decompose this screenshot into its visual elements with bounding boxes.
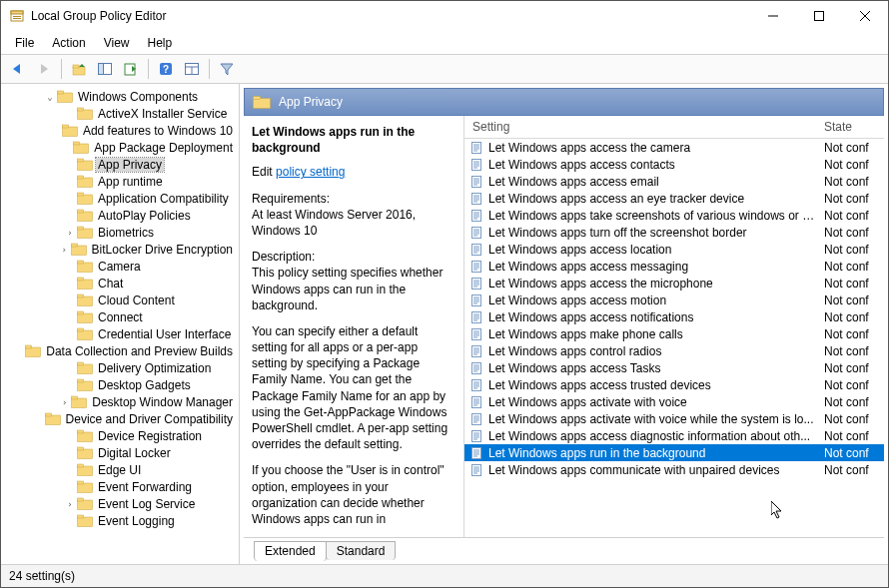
setting-row[interactable]: Let Windows apps access notificationsNot…	[464, 308, 884, 325]
svg-rect-55	[72, 396, 78, 399]
export-button[interactable]	[120, 58, 142, 80]
setting-row[interactable]: Let Windows apps access motionNot conf	[464, 292, 884, 308]
chevron-right-icon[interactable]: ›	[63, 228, 77, 238]
setting-row[interactable]: Let Windows apps access locationNot conf	[464, 241, 884, 258]
description-text-2: You can specify either a default setting…	[252, 323, 455, 453]
tree-node[interactable]: Chat	[1, 275, 239, 292]
tree-node[interactable]: ›Desktop Window Manager	[1, 393, 239, 410]
up-button[interactable]	[68, 58, 90, 80]
tree-node[interactable]: Application Compatibility	[1, 190, 239, 207]
setting-state: Not conf	[824, 344, 884, 358]
tree-node[interactable]: Digital Locker	[1, 444, 239, 461]
setting-state: Not conf	[824, 175, 884, 189]
svg-rect-23	[62, 125, 68, 128]
svg-rect-56	[45, 415, 60, 425]
show-hide-tree-button[interactable]	[94, 58, 116, 80]
tree-node[interactable]: ›Biometrics	[1, 224, 239, 241]
svg-rect-36	[71, 246, 86, 256]
back-button[interactable]	[7, 58, 29, 80]
menu-action[interactable]: Action	[44, 34, 93, 52]
maximize-button[interactable]	[796, 1, 842, 31]
setting-row[interactable]: Let Windows apps access contactsNot conf	[464, 156, 884, 173]
tree-node[interactable]: Connect	[1, 308, 239, 325]
svg-rect-33	[78, 210, 84, 213]
setting-state: Not conf	[824, 361, 884, 375]
setting-row[interactable]: Let Windows apps activate with voiceNot …	[464, 393, 884, 410]
properties-button[interactable]	[181, 58, 203, 80]
tree-label: Event Log Service	[96, 497, 197, 511]
tree-pane[interactable]: ⌄Windows ComponentsActiveX Installer Ser…	[1, 84, 240, 564]
tree-node[interactable]: Delivery Optimization	[1, 359, 239, 376]
setting-row[interactable]: Let Windows apps access diagnostic infor…	[464, 427, 884, 444]
tree-node[interactable]: ActiveX Installer Service	[1, 105, 239, 122]
tree-node[interactable]: Cloud Content	[1, 292, 239, 308]
tree-node[interactable]: Event Forwarding	[1, 478, 239, 495]
setting-row[interactable]: Let Windows apps access the cameraNot co…	[464, 139, 884, 156]
svg-rect-61	[78, 447, 84, 450]
tree-node[interactable]: ›BitLocker Drive Encryption	[1, 241, 239, 258]
menu-help[interactable]: Help	[140, 34, 181, 52]
tree-node[interactable]: Camera	[1, 258, 239, 275]
filter-button[interactable]	[216, 58, 238, 80]
menu-file[interactable]: File	[7, 34, 42, 52]
setting-row[interactable]: Let Windows apps control radiosNot conf	[464, 342, 884, 359]
svg-rect-57	[45, 413, 51, 416]
tree-label: App Package Deployment	[92, 141, 235, 155]
policy-setting-link[interactable]: policy setting	[276, 165, 345, 179]
svg-rect-69	[78, 515, 84, 518]
setting-name: Let Windows apps access notifications	[488, 310, 824, 324]
setting-row[interactable]: Let Windows apps access trusted devicesN…	[464, 376, 884, 393]
tree-node[interactable]: Device and Driver Compatibility	[1, 410, 239, 427]
close-button[interactable]	[842, 1, 888, 31]
settings-header: Setting State	[464, 116, 884, 139]
tree-node[interactable]: Desktop Gadgets	[1, 376, 239, 393]
column-setting[interactable]: Setting	[464, 120, 824, 134]
chevron-right-icon[interactable]: ›	[58, 245, 71, 255]
policy-icon	[468, 394, 484, 410]
window-controls	[750, 1, 888, 31]
chevron-right-icon[interactable]: ›	[63, 499, 77, 509]
settings-list[interactable]: Let Windows apps access the cameraNot co…	[464, 139, 884, 537]
column-state[interactable]: State	[824, 120, 884, 134]
setting-row[interactable]: Let Windows apps run in the backgroundNo…	[464, 444, 884, 461]
minimize-button[interactable]	[750, 1, 796, 31]
tree-node[interactable]: ›Event Log Service	[1, 495, 239, 512]
chevron-right-icon[interactable]: ›	[58, 397, 71, 407]
tree-node[interactable]: App Package Deployment	[1, 139, 239, 156]
tree-label: AutoPlay Policies	[96, 209, 193, 223]
setting-row[interactable]: Let Windows apps access messagingNot con…	[464, 258, 884, 275]
tree-node[interactable]: Edge UI	[1, 461, 239, 478]
tree-node[interactable]: Device Registration	[1, 427, 239, 444]
tree-node-parent[interactable]: ⌄Windows Components	[1, 88, 239, 105]
setting-row[interactable]: Let Windows apps communicate with unpair…	[464, 461, 884, 478]
setting-row[interactable]: Let Windows apps make phone callsNot con…	[464, 325, 884, 342]
edit-label: Edit	[252, 165, 273, 179]
help-button[interactable]: ?	[155, 58, 177, 80]
tab-standard[interactable]: Standard	[326, 541, 397, 560]
svg-rect-157	[472, 430, 481, 441]
forward-button[interactable]	[33, 58, 55, 80]
setting-row[interactable]: Let Windows apps access emailNot conf	[464, 173, 884, 190]
tree-node[interactable]: App runtime	[1, 173, 239, 190]
tree-node[interactable]: App Privacy	[1, 156, 239, 173]
tree-node[interactable]: Data Collection and Preview Builds	[1, 342, 239, 359]
requirements-label: Requirements:	[252, 191, 455, 207]
menu-view[interactable]: View	[96, 34, 138, 52]
svg-rect-21	[78, 108, 84, 111]
setting-row[interactable]: Let Windows apps access the microphoneNo…	[464, 275, 884, 292]
tree-node[interactable]: Event Logging	[1, 512, 239, 529]
svg-rect-24	[74, 144, 89, 154]
tree-node[interactable]: Credential User Interface	[1, 325, 239, 342]
svg-rect-67	[78, 498, 84, 501]
setting-row[interactable]: Let Windows apps access an eye tracker d…	[464, 190, 884, 207]
setting-row[interactable]: Let Windows apps turn off the screenshot…	[464, 224, 884, 241]
tab-extended[interactable]: Extended	[254, 541, 327, 561]
setting-row[interactable]: Let Windows apps access TasksNot conf	[464, 359, 884, 376]
svg-rect-142	[472, 379, 481, 390]
tree-node[interactable]: AutoPlay Policies	[1, 207, 239, 224]
view-tabs: Extended Standard	[244, 537, 884, 560]
tree-node[interactable]: Add features to Windows 10	[1, 122, 239, 139]
setting-row[interactable]: Let Windows apps take screenshots of var…	[464, 207, 884, 224]
setting-row[interactable]: Let Windows apps activate with voice whi…	[464, 410, 884, 427]
edit-policy-row: Edit policy setting	[252, 164, 455, 180]
